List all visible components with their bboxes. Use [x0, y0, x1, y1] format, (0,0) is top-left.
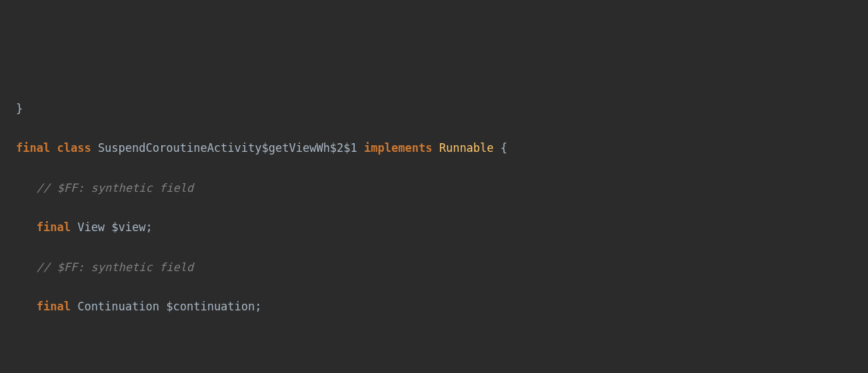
code-line: final Continuation $continuation; — [16, 297, 868, 317]
code-line: final class SuspendCoroutineActivity$get… — [16, 139, 868, 159]
code-line: // $FF: synthetic field — [16, 179, 868, 198]
code-editor[interactable]: } final class SuspendCoroutineActivity$g… — [0, 79, 868, 373]
code-line: final View $view; — [16, 218, 868, 238]
code-line: } — [16, 99, 868, 119]
code-line: // $FF: synthetic field — [16, 258, 868, 278]
code-line — [16, 337, 868, 357]
